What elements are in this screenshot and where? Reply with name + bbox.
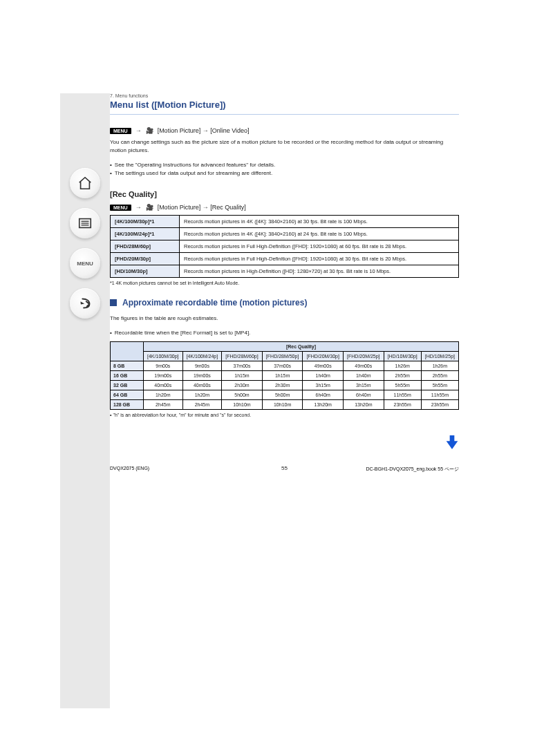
menu-path-rec-quality: MENU → 🎥 [Motion Picture] → [Rec Quality… <box>110 204 459 211</box>
time-cell: 3h15m <box>303 381 344 390</box>
col-header: [4K/100M/24p] <box>182 352 222 361</box>
time-cell: 49m00s <box>303 361 344 371</box>
time-cell: 40m00s <box>182 381 222 390</box>
online-video-desc: You can change settings such as the pict… <box>110 138 459 155</box>
table-row: [FHD/28M/60p]Records motion pictures in … <box>111 240 459 253</box>
time-cell: 10h10m <box>222 400 263 410</box>
recordable-time-bullet: Recordable time when the [Rec Format] is… <box>110 330 459 336</box>
time-cell: 11h55m <box>384 390 421 400</box>
table-row: 64 GB1h20m1h20m5h00m5h00m6h40m6h40m11h55… <box>111 390 459 400</box>
time-cell: 13h20m <box>303 400 344 410</box>
time-cell: 1h15m <box>222 371 263 381</box>
setting-desc: Records motion pictures in 4K ([4K]: 384… <box>180 216 459 228</box>
col-header: [FHD/28M/60p] <box>222 352 263 361</box>
setting-label: [4K/100M/30p]*1 <box>111 216 180 228</box>
breadcrumb: 7. Menu functions <box>110 93 459 98</box>
nav-back-button[interactable] <box>70 288 100 319</box>
setting-desc: Records motion pictures in 4K ([4K]: 384… <box>180 228 459 240</box>
time-cell: 1h40m <box>344 371 384 381</box>
row-label: 8 GB <box>111 361 144 371</box>
arrow-icon: → <box>135 127 142 134</box>
menu-badge: MENU <box>110 205 131 211</box>
page-content: 7. Menu functions Menu list ([Motion Pic… <box>110 93 459 417</box>
time-cell: 5h00m <box>262 390 303 400</box>
footer-left: DVQX2075 (ENG) <box>110 466 149 473</box>
video-icon: 🎥 <box>146 204 153 211</box>
table-row: [FHD/20M/30p]Records motion pictures in … <box>111 253 459 265</box>
rec-quality-table: [4K/100M/30p]*1Records motion pictures i… <box>110 215 459 278</box>
nav-menu-button[interactable]: MENU <box>70 248 100 278</box>
time-cell: 49m00s <box>344 361 384 371</box>
col-header: [FHD/20M/30p] <box>303 352 344 361</box>
setting-desc: Records motion pictures in High-Definiti… <box>180 265 459 278</box>
col-header: [HD/10M/25p] <box>421 352 458 361</box>
footer: DVQX2075 (ENG) DC-BGH1-DVQX2075_eng.book… <box>110 466 459 473</box>
time-cell: 6h40m <box>303 390 344 400</box>
arrow-icon: → <box>135 204 142 211</box>
time-cell: 10h10m <box>262 400 303 410</box>
setting-label: [HD/10M/30p] <box>111 265 180 278</box>
row-label: 128 GB <box>111 400 144 410</box>
setting-label: [FHD/20M/30p] <box>111 253 180 265</box>
bullet-2: The settings used for data output and fo… <box>110 170 459 176</box>
setting-label: [4K/100M/24p]*1 <box>111 228 180 240</box>
time-cell: 40m00s <box>144 381 183 390</box>
table-row: 128 GB2h45m2h45m10h10m10h10m13h20m13h20m… <box>111 400 459 410</box>
continue-arrow-icon <box>445 434 459 452</box>
recordable-time-table: [Rec Quality] [4K/100M/30p][4K/100M/24p]… <box>110 341 459 410</box>
time-cell: 5h55m <box>421 381 458 390</box>
time-abbrev-note: • "h" is an abbreviation for hour, "m" f… <box>110 413 459 417</box>
cols-title: [Rec Quality] <box>144 342 459 352</box>
footer-right: DC-BGH1-DVQX2075_eng.book 55 ページ <box>366 466 459 473</box>
setting-label: [FHD/28M/60p] <box>111 240 180 253</box>
setting-desc: Records motion pictures in Full High-Def… <box>180 240 459 253</box>
table-row: [4K/100M/24p]*1Records motion pictures i… <box>111 228 459 240</box>
recordable-time-heading: Approximate recordable time (motion pict… <box>110 298 459 308</box>
table-row: [HD/10M/30p]Records motion pictures in H… <box>111 265 459 278</box>
setting-desc: Records motion pictures in Full High-Def… <box>180 253 459 265</box>
time-cell: 5h00m <box>222 390 263 400</box>
time-cell: 37m00s <box>222 361 263 371</box>
menu-path-text: [Motion Picture] → [Rec Quality] <box>158 204 246 211</box>
time-cell: 2h55m <box>384 371 421 381</box>
menu-label: MENU <box>77 261 93 267</box>
col-header: [FHD/20M/25p] <box>344 352 384 361</box>
home-icon <box>77 176 93 191</box>
table-row: 32 GB40m00s40m00s2h30m2h30m3h15m3h15m5h5… <box>111 381 459 390</box>
time-cell: 19m00s <box>182 371 222 381</box>
recordable-time-intro: The figures in the table are rough estim… <box>110 314 459 323</box>
time-cell: 11h55m <box>421 390 458 400</box>
time-cell: 9m00s <box>144 361 183 371</box>
table-row: [4K/100M/30p]*1Records motion pictures i… <box>111 216 459 228</box>
time-cell: 1h20m <box>144 390 183 400</box>
time-cell: 5h55m <box>384 381 421 390</box>
row-label: 16 GB <box>111 371 144 381</box>
back-icon <box>77 296 93 311</box>
time-cell: 9m00s <box>182 361 222 371</box>
row-label: 32 GB <box>111 381 144 390</box>
time-cell: 19m00s <box>144 371 183 381</box>
rec-quality-footnote: *1 4K motion pictures cannot be set in I… <box>110 281 459 285</box>
col-header: [FHD/28M/50p] <box>262 352 303 361</box>
time-cell: 23h55m <box>421 400 458 410</box>
toc-icon <box>77 216 93 231</box>
time-cell: 3h15m <box>344 381 384 390</box>
time-cell: 2h45m <box>182 400 222 410</box>
nav-toc-button[interactable] <box>70 208 100 238</box>
nav-home-button[interactable] <box>70 168 100 198</box>
page-title: Menu list ([Motion Picture]) <box>110 100 459 110</box>
corner-cell <box>111 342 144 361</box>
time-cell: 13h20m <box>344 400 384 410</box>
time-cell: 1h26m <box>421 361 458 371</box>
col-header: [HD/10M/30p] <box>384 352 421 361</box>
sidebar: MENU <box>60 93 110 708</box>
time-cell: 1h26m <box>384 361 421 371</box>
row-label: 64 GB <box>111 390 144 400</box>
menu-path-text: [Motion Picture] → [Online Video] <box>158 127 250 134</box>
menu-path-online-video: MENU → 🎥 [Motion Picture] → [Online Vide… <box>110 127 459 134</box>
time-cell: 6h40m <box>344 390 384 400</box>
table-row: 8 GB9m00s9m00s37m00s37m00s49m00s49m00s1h… <box>111 361 459 371</box>
video-icon: 🎥 <box>146 127 153 134</box>
time-cell: 1h20m <box>182 390 222 400</box>
time-cell: 2h30m <box>262 381 303 390</box>
